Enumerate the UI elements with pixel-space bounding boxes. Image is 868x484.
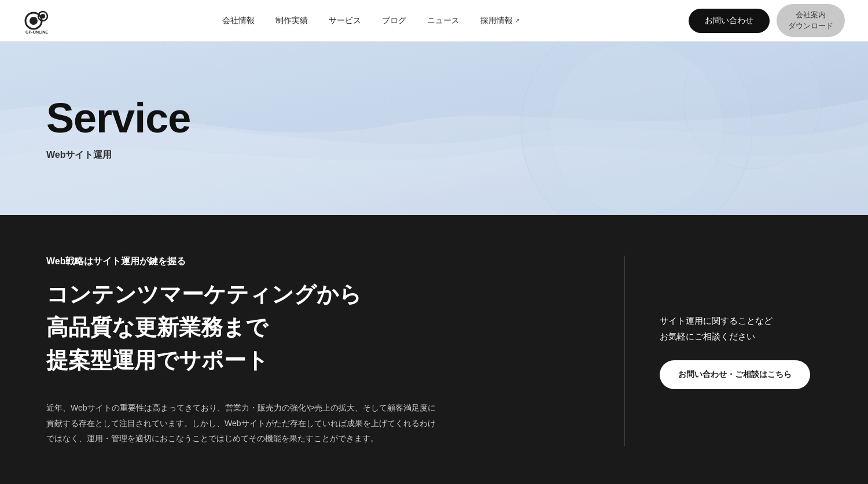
main-content-sidebar: サイト運用に関することなど お気軽にご相談ください お問い合わせ・ご相談はこちら [625,256,822,446]
header: GP-ONLINE 会社情報 制作実績 サービス ブログ ニュース 採用情報 ↗… [0,0,868,42]
section-body-text: 近年、Webサイトの重要性は高まってきており、営業力・販売力の強化や売上の拡大、… [46,400,440,446]
section-heading: コンテンツマーケティングから 高品質な更新業務まで 提案型運用でサポート [46,278,590,377]
external-link-icon: ↗ [515,17,520,24]
svg-point-3 [41,14,45,19]
hero-title: Service [46,95,190,141]
hero-content: Service Webサイト運用 [46,95,190,161]
nav-recruit[interactable]: 採用情報 ↗ [480,16,520,26]
svg-text:GP-ONLINE: GP-ONLINE [25,30,48,34]
company-download-button[interactable]: 会社案内 ダウンロード [777,4,845,36]
cta-button[interactable]: お問い合わせ・ご相談はこちら [660,360,810,389]
nav-works[interactable]: 制作実績 [275,16,308,26]
nav-blog[interactable]: ブログ [382,16,406,26]
hero-section: Service Webサイト運用 [0,42,868,215]
svg-point-1 [30,17,38,25]
main-content-left: Web戦略はサイト運用が鍵を握る コンテンツマーケティングから 高品質な更新業務… [46,256,625,446]
header-actions: お問い合わせ 会社案内 ダウンロード [689,4,845,36]
contact-button[interactable]: お問い合わせ [689,9,770,33]
nav-service[interactable]: サービス [329,16,361,26]
section-lead: Web戦略はサイト運用が鍵を握る [46,256,590,268]
main-nav: 会社情報 制作実績 サービス ブログ ニュース 採用情報 ↗ [53,16,689,26]
logo[interactable]: GP-ONLINE [23,6,53,36]
logo-icon: GP-ONLINE [23,6,53,36]
hero-subtitle: Webサイト運用 [46,149,190,161]
sidebar-cta-text: サイト運用に関することなど お気軽にご相談ください [660,313,773,344]
main-content-section: Web戦略はサイト運用が鍵を握る コンテンツマーケティングから 高品質な更新業務… [0,215,868,484]
nav-news[interactable]: ニュース [427,16,459,26]
nav-company[interactable]: 会社情報 [222,16,255,26]
